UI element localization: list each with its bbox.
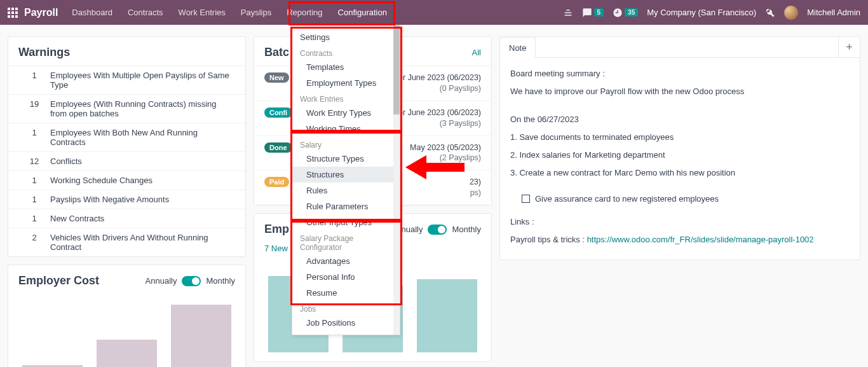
- nav-contracts[interactable]: Contracts: [128, 8, 163, 17]
- note-tabs: Note +: [500, 37, 860, 58]
- user-menu[interactable]: Mitchell Admin: [807, 8, 860, 17]
- note-checkbox-row[interactable]: Give assurance card to new registered em…: [522, 192, 850, 206]
- note-line: On the 06/27/2023: [510, 113, 850, 127]
- configuration-dropdown: Settings Contracts Templates Employment …: [292, 25, 400, 335]
- app-brand[interactable]: Payroll: [24, 7, 58, 18]
- menu-section-salary-package: Salary Package Configurator: [292, 230, 400, 253]
- menu-structures[interactable]: Structures: [292, 167, 400, 183]
- toggle-monthly-label: Monthly: [452, 225, 481, 234]
- menu-rule-parameters[interactable]: Rule Parameters: [292, 198, 400, 214]
- warnings-title: Warnings: [8, 37, 245, 66]
- menu-section-jobs: Jobs: [292, 301, 400, 315]
- col-right: Note + Board meeting summary : We have t…: [499, 36, 860, 367]
- toggle-annually-label: Annually: [146, 276, 177, 286]
- nav-reporting[interactable]: Reporting: [287, 8, 322, 17]
- batches-title: Batc: [264, 46, 289, 59]
- nav-payslips[interactable]: Payslips: [241, 8, 271, 17]
- menu-working-times[interactable]: Working Times: [292, 121, 400, 137]
- apps-icon[interactable]: [8, 8, 18, 18]
- employees-title: Emp: [264, 223, 289, 236]
- topbar-right: 5 35 My Company (San Francisco) Mitchell…: [563, 6, 860, 20]
- note-line: 1. Save documents to terminated employee…: [510, 130, 850, 144]
- employees-toggle[interactable]: [428, 225, 447, 235]
- settings-wrench-icon[interactable]: [765, 8, 775, 18]
- note-panel: Note + Board meeting summary : We have t…: [499, 36, 860, 260]
- menu-job-positions[interactable]: Job Positions: [292, 315, 400, 331]
- note-line: Board meeting summary :: [510, 67, 850, 81]
- note-tab[interactable]: Note: [499, 38, 536, 58]
- warning-row[interactable]: 19Employees (With Running Contracts) mis…: [8, 94, 245, 123]
- batches-all-link[interactable]: All: [472, 48, 481, 57]
- messages-badge: 5: [594, 8, 604, 17]
- menu-section-salary: Salary: [292, 137, 400, 151]
- note-link[interactable]: https://www.odoo.com/fr_FR/slides/slide/…: [587, 235, 814, 244]
- status-badge: Confi: [264, 107, 292, 118]
- menu-personal-info[interactable]: Personal Info: [292, 269, 400, 285]
- nav-work-entries[interactable]: Work Entries: [179, 8, 226, 17]
- note-line: 3. Create a new contract for Marc Demo w…: [510, 166, 850, 180]
- menu-other-input-types[interactable]: Other Input Types: [292, 214, 400, 230]
- menu-advantages[interactable]: Advantages: [292, 253, 400, 269]
- status-badge: New: [264, 73, 289, 83]
- messages-icon[interactable]: 5: [582, 8, 604, 18]
- company-switcher[interactable]: My Company (San Francisco): [647, 8, 756, 17]
- note-line: Links :: [510, 215, 850, 229]
- menu-work-entry-types[interactable]: Work Entry Types: [292, 105, 400, 121]
- note-line: Payroll tips & tricks : https://www.odoo…: [510, 233, 850, 247]
- menu-employment-types[interactable]: Employment Types: [292, 75, 400, 91]
- col-left: Warnings 1Employees With Multiple Open P…: [8, 36, 246, 367]
- tray-icon[interactable]: [563, 8, 573, 18]
- warning-row[interactable]: 1Employees With Both New And Running Con…: [8, 123, 245, 151]
- topbar: Payroll Dashboard Contracts Work Entries…: [0, 0, 868, 25]
- status-badge: Done: [264, 142, 292, 153]
- activity-badge: 35: [625, 8, 638, 17]
- employer-cost-toggle[interactable]: [182, 276, 201, 286]
- toggle-monthly-label: Monthly: [206, 276, 235, 286]
- warning-row[interactable]: 1Employees With Multiple Open Payslips o…: [8, 66, 245, 94]
- note-body[interactable]: Board meeting summary : We have to impro…: [500, 58, 860, 260]
- menu-structure-types[interactable]: Structure Types: [292, 151, 400, 167]
- avatar[interactable]: [784, 6, 798, 20]
- note-line: 2. Index salaries for Marketing departme…: [510, 148, 850, 162]
- warning-row[interactable]: 1Working Schedule Changes: [8, 170, 245, 190]
- menu-rules[interactable]: Rules: [292, 183, 400, 198]
- employer-cost-title: Employer Cost: [18, 274, 99, 287]
- warnings-card: Warnings 1Employees With Multiple Open P…: [8, 36, 246, 257]
- checkbox-icon[interactable]: [522, 195, 530, 203]
- dashboard: Warnings 1Employees With Multiple Open P…: [0, 29, 868, 367]
- bar: [97, 340, 157, 367]
- warning-row[interactable]: 12Conflicts: [8, 151, 245, 170]
- menu-settings[interactable]: Settings: [292, 29, 400, 45]
- note-line: We have to improve our Payroll flow with…: [510, 85, 850, 99]
- activity-icon[interactable]: 35: [613, 8, 638, 18]
- warning-row[interactable]: 2Vehicles With Drivers And Without Runni…: [8, 228, 245, 256]
- status-badge: Paid: [264, 177, 289, 187]
- menu-templates[interactable]: Templates: [292, 59, 400, 75]
- nav-configuration[interactable]: Configuration: [338, 8, 387, 17]
- nav-dashboard[interactable]: Dashboard: [72, 8, 112, 17]
- note-add-button[interactable]: +: [838, 37, 860, 57]
- menu-resume[interactable]: Resume: [292, 285, 400, 301]
- dropdown-scrollbar[interactable]: [393, 25, 400, 335]
- checkbox-label: Give assurance card to new registered em…: [535, 192, 719, 206]
- warning-row[interactable]: 1Payslips With Negative Amounts: [8, 190, 245, 209]
- employer-cost-chart: [18, 295, 235, 367]
- bar: [417, 279, 477, 352]
- warning-row[interactable]: 1New Contracts: [8, 209, 245, 228]
- employer-cost-card: Employer Cost Annually Monthly: [8, 265, 246, 367]
- menu-section-contracts: Contracts: [292, 45, 400, 59]
- bar: [171, 305, 231, 367]
- menu-section-work-entries: Work Entries: [292, 91, 400, 105]
